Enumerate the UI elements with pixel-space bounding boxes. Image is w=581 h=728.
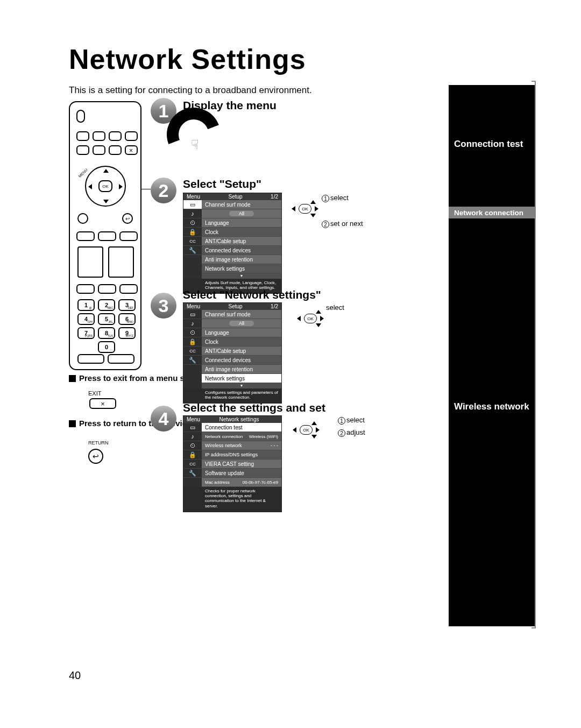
scroll-down-icon[interactable]: ▾ — [202, 383, 281, 388]
menu-item-highlighted[interactable]: Network settings — [202, 374, 281, 383]
remote-small-button[interactable] — [109, 131, 122, 141]
remote-small-button[interactable] — [125, 131, 138, 141]
arrow-right-icon[interactable] — [119, 184, 123, 189]
menu-item[interactable]: ANT/Cable setup — [202, 237, 281, 246]
remote-key-6[interactable]: 6MNO — [118, 313, 136, 325]
remote-small-button[interactable] — [93, 131, 105, 141]
remote-small-button[interactable] — [76, 284, 95, 294]
arrow-down-icon — [310, 214, 316, 217]
picture-icon[interactable]: ▭ — [183, 423, 202, 432]
menu-item[interactable]: Anti image retention — [202, 365, 281, 374]
sidebar-line-icon — [532, 81, 536, 628]
menu-footer: Checks for proper network connection, se… — [183, 487, 281, 512]
menu-item[interactable]: VIERA CAST setting — [202, 460, 281, 469]
remote-key-2[interactable]: 2ABC — [98, 299, 115, 311]
menu-item[interactable]: Language — [202, 218, 281, 228]
remote-small-button[interactable] — [109, 145, 122, 155]
menu-item[interactable]: Language — [202, 328, 281, 337]
remote-round-button[interactable] — [77, 213, 88, 224]
ok-button-icon: OK — [304, 314, 317, 323]
arrow-left-icon[interactable] — [88, 184, 92, 189]
return-button[interactable]: ↩ — [88, 449, 103, 464]
menu-item-highlighted[interactable]: Connection test — [202, 423, 281, 432]
remote-key-1[interactable]: 1@. — [77, 299, 95, 311]
lock-icon[interactable]: 🔒 — [183, 337, 202, 347]
cc-icon[interactable]: CC — [183, 237, 202, 246]
remote-exit-button[interactable] — [125, 145, 138, 155]
remote-rocker-button[interactable] — [108, 246, 134, 278]
remote-key-0[interactable]: 0- . — [98, 341, 115, 353]
remote-key-7[interactable]: 7PQRS — [77, 327, 95, 339]
cc-icon[interactable]: CC — [183, 460, 202, 469]
remote-key-3[interactable]: 3DEF — [118, 299, 136, 311]
hand-press-icon: ☟ — [191, 137, 199, 152]
menu-item[interactable]: IP address/DNS settings — [202, 450, 281, 460]
remote-key-8[interactable]: 8TUV — [98, 327, 115, 339]
remote-small-button[interactable] — [119, 231, 138, 241]
remote-small-button[interactable] — [98, 284, 116, 294]
remote-small-button[interactable] — [76, 131, 89, 141]
step-4-title: Select the settings and set — [183, 401, 325, 414]
bullet-icon — [69, 420, 76, 427]
cc-icon[interactable]: CC — [183, 347, 202, 356]
menu-item[interactable]: Anti image retention — [202, 255, 281, 264]
audio-icon[interactable]: ♪ — [183, 209, 202, 218]
menu-item-value[interactable]: All — [202, 319, 281, 328]
remote-ok-button[interactable]: OK — [98, 180, 112, 192]
remote-key-9[interactable]: 9WXYZ — [118, 327, 136, 339]
menu-items: Channel surf mode All Language Clock ANT… — [202, 200, 281, 279]
remote-dpad[interactable]: OK — [85, 166, 126, 207]
timer-icon[interactable]: ⏲ — [183, 218, 202, 228]
menu-item[interactable]: Connected devices — [202, 356, 281, 365]
menu-item[interactable]: Network connectionWireless (WiFi) — [202, 432, 281, 441]
remote-row-top-2 — [76, 145, 138, 155]
lock-icon[interactable]: 🔒 — [183, 450, 202, 460]
exit-button[interactable]: × — [89, 398, 116, 409]
menu-title: Menu — [187, 194, 200, 200]
menu-item-value[interactable]: All — [202, 209, 281, 218]
remote-small-button[interactable] — [77, 354, 104, 364]
menu-title: Menu — [187, 303, 200, 309]
remote-small-button[interactable] — [119, 284, 138, 294]
remote-small-button[interactable] — [76, 231, 95, 241]
menu-item[interactable]: Wireless network- - - — [202, 441, 281, 450]
step-4-badge: 4 — [151, 406, 176, 432]
remote-key-4[interactable]: 4GHI — [77, 313, 95, 325]
timer-icon[interactable]: ⏲ — [183, 328, 202, 337]
setup-icon[interactable]: 🔧 — [183, 246, 202, 255]
scroll-down-icon[interactable]: ▾ — [202, 273, 281, 279]
menu-item[interactable]: Clock — [202, 228, 281, 237]
step-2-badge: 2 — [151, 178, 176, 203]
menu-item[interactable]: ANT/Cable setup — [202, 347, 281, 356]
audio-icon[interactable]: ♪ — [183, 432, 202, 441]
remote-small-button[interactable] — [108, 354, 134, 364]
remote-small-button[interactable] — [93, 145, 105, 155]
setup-icon[interactable]: 🔧 — [183, 469, 202, 478]
step-3-menu: Menu Setup 1/2 ▭ ♪ ⏲ 🔒 CC 🔧 Channel surf… — [183, 302, 282, 404]
menu-item[interactable]: Connected devices — [202, 246, 281, 255]
picture-icon[interactable]: ▭ — [183, 200, 202, 209]
timer-icon[interactable]: ⏲ — [183, 441, 202, 450]
picture-icon[interactable]: ▭ — [183, 310, 202, 319]
setup-icon[interactable]: 🔧 — [183, 356, 202, 365]
menu-item[interactable]: Clock — [202, 337, 281, 347]
menu-item[interactable]: Software update — [202, 469, 281, 478]
remote-rocker-button[interactable] — [77, 246, 103, 278]
remote-mid-block — [77, 246, 134, 280]
menu-item[interactable]: Channel surf mode — [202, 200, 281, 209]
lock-icon[interactable]: 🔒 — [183, 228, 202, 237]
menu-item[interactable]: Network settings — [202, 264, 281, 273]
nav-label-set: 2set or next — [322, 220, 363, 228]
bullet-icon — [69, 375, 76, 382]
arrow-down-icon — [316, 323, 321, 327]
remote-key-5[interactable]: 5JKL — [98, 313, 115, 325]
remote-row-bottom — [77, 354, 134, 364]
arrow-up-icon[interactable] — [103, 169, 109, 173]
menu-item[interactable]: Channel surf mode — [202, 310, 281, 319]
audio-icon[interactable]: ♪ — [183, 319, 202, 328]
remote-small-button[interactable] — [98, 231, 116, 241]
remote-return-button[interactable]: ↩ — [122, 213, 133, 224]
arrow-up-icon — [316, 310, 321, 314]
remote-small-button[interactable] — [76, 145, 89, 155]
arrow-down-icon[interactable] — [103, 200, 109, 203]
